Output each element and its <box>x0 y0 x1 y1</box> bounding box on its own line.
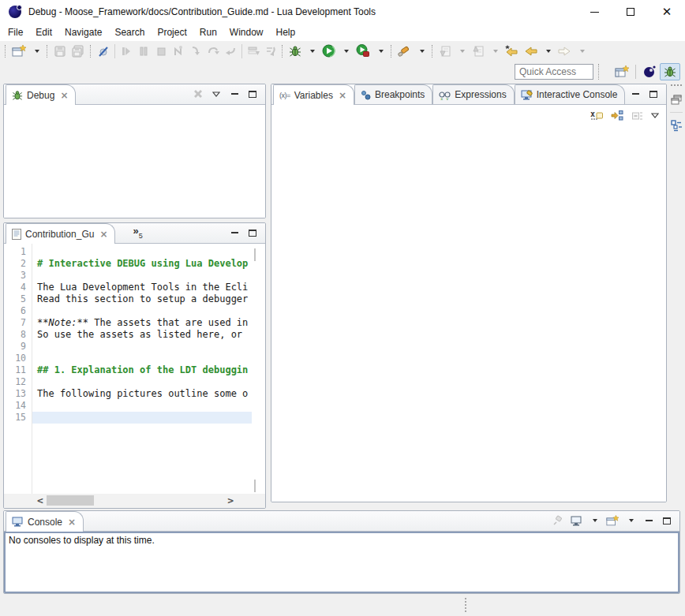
debug-view-maximize-button[interactable] <box>246 88 259 100</box>
step-return-button[interactable] <box>222 43 239 60</box>
use-step-filters-button[interactable] <box>262 43 279 60</box>
open-console-button[interactable] <box>606 514 619 527</box>
variables-view-body[interactable] <box>271 125 666 502</box>
variables-view-menu-button[interactable] <box>649 109 661 121</box>
restore-view-button[interactable] <box>668 91 684 107</box>
menu-project[interactable]: Project <box>151 25 193 39</box>
step-into-button[interactable] <box>187 43 204 60</box>
variables-view-minimize-button[interactable] <box>629 88 642 100</box>
line-number-gutter[interactable]: 12 34 56 78 910 1112 1314 15 <box>4 244 32 494</box>
hidden-editors-chevron[interactable]: »5 <box>133 227 142 240</box>
variables-tab-icon: (x)= <box>279 91 290 99</box>
run-dropdown[interactable] <box>338 43 354 60</box>
editor-horizontal-scrollbar[interactable]: < > <box>4 494 265 508</box>
tab-expressions[interactable]: x y Expressions <box>432 84 514 104</box>
tab-console[interactable]: Console × <box>6 511 84 532</box>
debug-button[interactable] <box>286 43 304 60</box>
console-minimize-button[interactable] <box>642 514 655 527</box>
tab-interactive-console-label: Interactive Console <box>537 89 618 100</box>
rail-grip[interactable] <box>671 84 682 87</box>
scroll-left-icon[interactable]: < <box>37 495 43 506</box>
debug-dropdown[interactable] <box>304 43 320 60</box>
variables-view-maximize-button[interactable] <box>647 88 660 100</box>
previous-annotation-dropdown[interactable] <box>487 43 503 60</box>
debug-perspective-button[interactable] <box>660 63 680 80</box>
menu-run[interactable]: Run <box>193 25 223 39</box>
tab-expressions-label: Expressions <box>455 89 506 100</box>
coverage-button[interactable] <box>354 43 372 60</box>
coverage-dropdown[interactable] <box>372 43 388 60</box>
status-bar-grip[interactable] <box>465 598 467 612</box>
editor-vertical-scrollbar[interactable] <box>252 244 265 494</box>
menu-window[interactable]: Window <box>223 25 270 39</box>
tab-variables-close-icon[interactable]: × <box>339 90 346 101</box>
close-window-button[interactable]: ✕ <box>649 0 685 24</box>
show-logical-structures-button[interactable] <box>608 106 626 124</box>
disconnect-button[interactable] <box>170 43 187 60</box>
collapse-all-button[interactable] <box>629 106 646 124</box>
remove-all-terminated-button[interactable] <box>192 88 204 100</box>
tab-variables[interactable]: (x)= Variables × <box>273 84 354 105</box>
step-over-icon <box>207 45 219 58</box>
debug-view-body[interactable] <box>4 105 265 218</box>
open-console-dropdown[interactable] <box>624 514 637 527</box>
pin-console-button[interactable] <box>552 514 564 527</box>
drop-to-frame-button[interactable] <box>245 43 262 60</box>
open-perspective-button[interactable] <box>612 63 632 80</box>
tab-interactive-console[interactable]: Interactive Console <box>515 84 626 104</box>
tab-contribution-guide[interactable]: Contribution_Gu × <box>6 223 115 244</box>
menu-navigate[interactable]: Navigate <box>58 25 108 39</box>
debug-view-minimize-button[interactable] <box>228 88 241 100</box>
run-button[interactable] <box>320 43 338 60</box>
quick-access-input[interactable] <box>515 64 593 80</box>
maximize-window-button[interactable] <box>612 0 649 24</box>
previous-annotation-button[interactable] <box>470 43 487 60</box>
next-annotation-dropdown[interactable] <box>454 43 470 60</box>
tab-contribution-guide-close-icon[interactable]: × <box>99 229 107 240</box>
debug-view-menu-button[interactable] <box>210 88 223 100</box>
toolbar-grip[interactable] <box>598 64 601 80</box>
editor-minimize-button[interactable] <box>228 226 241 239</box>
tab-debug[interactable]: Debug × <box>6 84 76 105</box>
menu-search[interactable]: Search <box>108 25 151 39</box>
forward-dropdown[interactable] <box>574 43 590 60</box>
suspend-button[interactable] <box>135 43 152 60</box>
menu-help[interactable]: Help <box>270 25 302 39</box>
toolbar-grip[interactable] <box>5 45 7 58</box>
terminate-button[interactable] <box>152 43 170 60</box>
step-over-button[interactable] <box>204 43 222 60</box>
external-tools-dropdown[interactable] <box>414 43 429 60</box>
save-all-button[interactable] <box>69 43 88 60</box>
console-body[interactable]: No consoles to display at this time. <box>4 532 679 593</box>
minimize-window-button[interactable] <box>576 0 612 24</box>
code-area[interactable]: # Interactive DEBUG using Lua Develop Th… <box>32 244 252 494</box>
display-selected-console-button[interactable] <box>570 514 582 527</box>
new-wizard-dropdown[interactable] <box>28 43 44 60</box>
lua-perspective-button[interactable] <box>639 63 660 80</box>
editor-maximize-button[interactable] <box>246 226 259 239</box>
new-wizard-button[interactable] <box>9 43 28 60</box>
forward-icon <box>558 45 571 58</box>
forward-button[interactable] <box>556 43 574 60</box>
menu-edit[interactable]: Edit <box>29 25 58 39</box>
back-button[interactable] <box>522 43 540 60</box>
scroll-right-icon[interactable]: > <box>227 495 234 506</box>
next-annotation-button[interactable] <box>436 43 454 60</box>
horizontal-scroll-thumb[interactable] <box>47 495 94 506</box>
last-edit-location-button[interactable] <box>503 43 522 60</box>
tab-console-close-icon[interactable]: × <box>68 517 76 528</box>
menu-file[interactable]: File <box>2 25 29 39</box>
resume-button[interactable] <box>118 43 135 60</box>
back-dropdown[interactable] <box>540 43 556 60</box>
console-maximize-button[interactable] <box>661 514 673 527</box>
skip-all-breakpoints-button[interactable] <box>95 43 112 60</box>
tab-breakpoints[interactable]: Breakpoints <box>354 84 432 104</box>
outline-view-button[interactable] <box>668 118 684 133</box>
scroll-up-icon[interactable] <box>254 248 262 256</box>
tab-debug-close-icon[interactable]: × <box>60 90 68 101</box>
external-tools-button[interactable] <box>395 43 414 60</box>
scroll-down-icon[interactable] <box>254 480 262 487</box>
show-type-names-button[interactable]: x <box>588 106 605 124</box>
display-selected-console-dropdown[interactable] <box>588 514 601 527</box>
save-button[interactable] <box>51 43 69 60</box>
